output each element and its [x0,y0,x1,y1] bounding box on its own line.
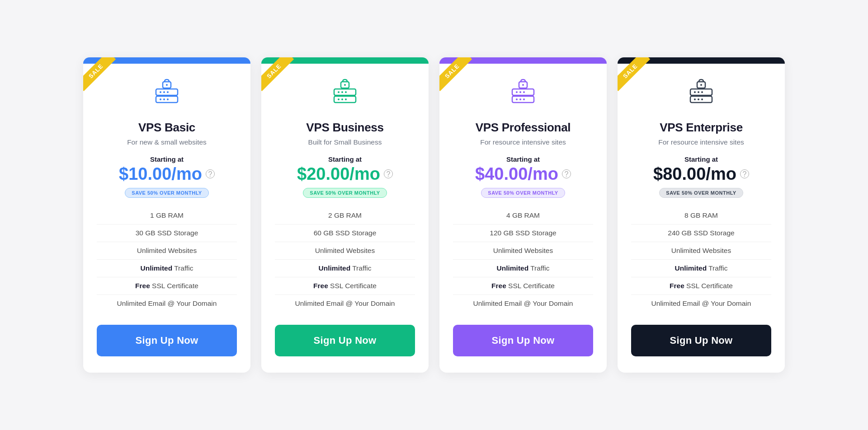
feature-item: 4 GB RAM [453,207,593,224]
starting-at-label: Starting at [328,155,362,163]
features-list: 4 GB RAM120 GB SSD StorageUnlimited Webs… [439,207,607,312]
save-badge-text: SAVE 50% OVER MONTHLY [659,188,743,198]
sale-badge-label: SALE [261,57,294,91]
feature-item: Free SSL Certificate [275,277,415,295]
plan-price: $40.00/mo ? [475,165,571,184]
svg-point-15 [338,98,340,100]
plan-price: $80.00/mo ? [653,165,749,184]
sale-badge: SALE [261,57,297,93]
feature-item: Unlimited Websites [453,242,593,260]
svg-point-27 [523,98,525,100]
svg-point-36 [698,98,699,100]
feature-item: Unlimited Traffic [275,260,415,277]
save-badge-text: SAVE 50% OVER MONTHLY [125,188,208,198]
feature-item: 30 GB SSD Storage [97,224,237,242]
svg-point-37 [701,98,703,100]
plan-icon [505,76,541,112]
plan-name: VPS Business [306,121,383,135]
feature-item: 2 GB RAM [275,207,415,224]
svg-point-33 [698,91,699,93]
svg-point-19 [344,84,346,86]
price-info-icon[interactable]: ? [206,169,215,178]
plan-price: $20.00/mo ? [297,165,393,184]
svg-point-14 [345,91,347,93]
feature-item: 8 GB RAM [631,207,771,224]
feature-item: Free SSL Certificate [631,277,771,295]
sale-badge-label: SALE [439,57,472,91]
feature-item: Free SSL Certificate [453,277,593,295]
svg-point-16 [341,98,343,100]
signup-button[interactable]: Sign Up Now [275,325,415,356]
price-value: $10.00/mo [119,165,202,184]
svg-point-24 [523,91,525,93]
plan-price: $10.00/mo ? [119,165,215,184]
svg-point-22 [516,91,518,93]
svg-point-2 [160,91,161,93]
plan-tagline: For resource intensive sites [480,138,566,146]
sale-badge: SALE [439,57,476,93]
signup-button[interactable]: Sign Up Now [97,325,237,356]
plan-icon [683,76,719,112]
price-info-icon[interactable]: ? [562,169,571,178]
features-list: 8 GB RAM240 GB SSD StorageUnlimited Webs… [618,207,785,312]
svg-point-7 [167,98,169,100]
plan-icon [327,76,363,112]
svg-point-5 [160,98,161,100]
price-info-icon[interactable]: ? [384,169,393,178]
feature-item: Unlimited Traffic [453,260,593,277]
plan-name: VPS Enterprise [660,121,743,135]
signup-button[interactable]: Sign Up Now [631,325,771,356]
feature-item: 240 GB SSD Storage [631,224,771,242]
plan-name: VPS Basic [138,121,195,135]
sale-badge-label: SALE [618,57,650,91]
feature-item: Unlimited Traffic [631,260,771,277]
save-badge-text: SAVE 50% OVER MONTHLY [303,188,387,198]
save-badge-text: SAVE 50% OVER MONTHLY [481,188,565,198]
svg-point-35 [694,98,696,100]
svg-point-13 [341,91,343,93]
features-list: 1 GB RAM30 GB SSD StorageUnlimited Websi… [83,207,250,312]
signup-button[interactable]: Sign Up Now [453,325,593,356]
sale-badge: SALE [83,57,119,93]
feature-item: Free SSL Certificate [97,277,237,295]
price-value: $20.00/mo [297,165,380,184]
sale-badge: SALE [618,57,654,93]
feature-item: Unlimited Email @ Your Domain [97,295,237,312]
price-info-icon[interactable]: ? [740,169,749,178]
plan-tagline: For new & small websites [127,138,207,146]
plan-icon [149,76,185,112]
svg-point-9 [166,84,168,86]
feature-item: 60 GB SSD Storage [275,224,415,242]
svg-point-23 [519,91,521,93]
plan-tagline: Built for Small Business [308,138,382,146]
svg-point-26 [519,98,521,100]
svg-point-39 [700,84,702,86]
starting-at-label: Starting at [684,155,718,163]
plan-name: VPS Professional [476,121,571,135]
svg-point-32 [694,91,696,93]
price-value: $80.00/mo [653,165,736,184]
svg-point-17 [345,98,347,100]
feature-item: Unlimited Websites [275,242,415,260]
feature-item: Unlimited Websites [631,242,771,260]
svg-point-4 [167,91,169,93]
feature-item: 120 GB SSD Storage [453,224,593,242]
svg-point-25 [516,98,518,100]
svg-point-3 [163,91,165,93]
plan-card-business: SALE VPS Business Built for Small Busine… [261,57,429,373]
feature-item: Unlimited Email @ Your Domain [631,295,771,312]
features-list: 2 GB RAM60 GB SSD StorageUnlimited Websi… [261,207,429,312]
starting-at-label: Starting at [506,155,540,163]
feature-item: Unlimited Websites [97,242,237,260]
svg-point-12 [338,91,340,93]
svg-point-29 [522,84,524,86]
price-value: $40.00/mo [475,165,558,184]
svg-point-34 [701,91,703,93]
plan-card-basic: SALE VPS Basic For new & small websites … [83,57,250,373]
feature-item: Unlimited Email @ Your Domain [453,295,593,312]
sale-badge-label: SALE [83,57,116,91]
plans-container: SALE VPS Basic For new & small websites … [50,57,818,373]
feature-item: 1 GB RAM [97,207,237,224]
starting-at-label: Starting at [150,155,184,163]
plan-card-enterprise: SALE VPS Enterprise For resource intensi… [618,57,785,373]
